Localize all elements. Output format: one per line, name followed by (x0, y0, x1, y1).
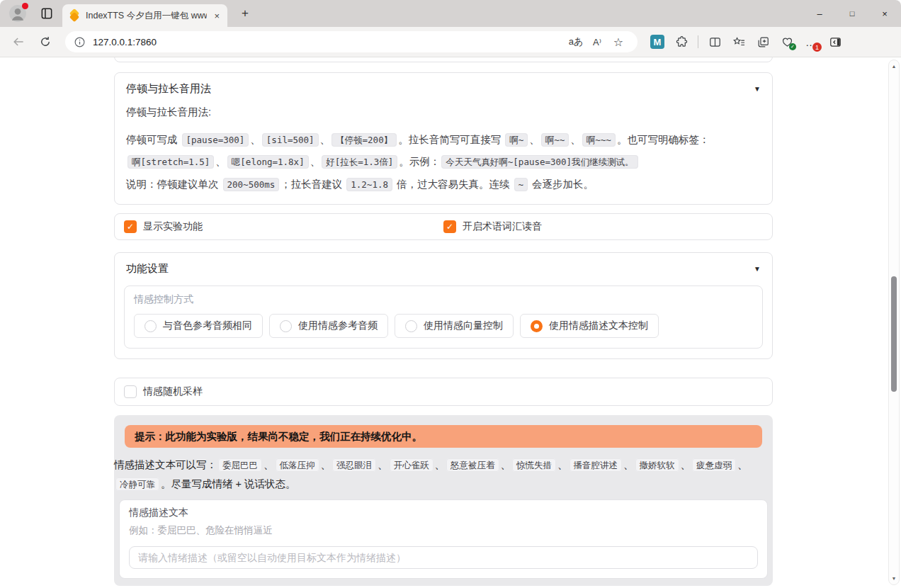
accordion-title: 功能设置 (126, 262, 169, 276)
tab-close-icon[interactable]: × (212, 11, 221, 21)
favorites-hub-icon[interactable] (729, 32, 749, 52)
extensions-puzzle-icon[interactable] (672, 32, 691, 52)
emotion-control-panel: 情感控制方式 与音色参考音频相同 使用情感参考音频 使用情感向量控制 (124, 285, 763, 349)
checkbox-unchecked-icon[interactable] (124, 385, 137, 398)
emotion-control-label: 情感控制方式 (134, 293, 753, 306)
settings-accordion: 功能设置 ▼ 情感控制方式 与音色参考音频相同 使用情感参考音频 (114, 252, 773, 359)
window-controls: – □ × (803, 0, 901, 27)
radio-icon[interactable] (280, 320, 292, 332)
toolbar-divider (698, 35, 698, 48)
term-pronunciation-checkbox[interactable]: ✓ 开启术语词汇读音 (443, 220, 763, 233)
radio-icon[interactable] (144, 320, 157, 332)
pause-usage-accordion-header[interactable]: 停顿与拉长音用法 ▼ (126, 82, 761, 96)
radio-emotion-reference-audio[interactable]: 使用情感参考音频 (269, 314, 388, 338)
back-button[interactable] (8, 32, 28, 52)
checkbox-checked-icon[interactable]: ✓ (443, 220, 456, 233)
emotion-control-radio-group: 与音色参考音频相同 使用情感参考音频 使用情感向量控制 使用情感描述文本控制 (134, 314, 753, 338)
pause-usage-accordion: 停顿与拉长音用法 ▼ 停顿与拉长音用法: 停顿可写成 [pause=300]、[… (114, 72, 773, 205)
random-sampling-row: 情感随机采样 (114, 378, 773, 406)
essentials-check-badge: ✓ (789, 43, 796, 50)
emotion-text-example: 例如：委屈巴巴、危险在悄悄逼近 (129, 524, 758, 537)
previous-panel-edge (114, 57, 773, 62)
split-screen-icon[interactable] (705, 32, 725, 52)
experimental-group: 提示：此功能为实验版，结果尚不稳定，我们正在持续优化中。 情感描述文本可以写：委… (114, 415, 773, 586)
page-scrollbar[interactable]: ▲ ▼ (888, 60, 900, 585)
emotion-text-input[interactable] (129, 546, 758, 569)
radio-label: 使用情感参考音频 (298, 320, 378, 332)
extensions-row: M (647, 32, 845, 52)
notification-badge: 1 (812, 43, 822, 52)
emotion-hint-text: 情感描述文本可以写：委屈巴巴、低落压抑、强忍眼泪、开心雀跃、怒意被压着、惊慌失措… (114, 456, 773, 494)
show-experimental-checkbox[interactable]: ✓ 显示实验功能 (124, 220, 443, 233)
scrollbar-thumb[interactable] (891, 276, 897, 392)
scroll-up-icon[interactable]: ▲ (889, 64, 899, 69)
window-close-button[interactable]: × (868, 0, 901, 27)
radio-emotion-vector[interactable]: 使用情感向量控制 (395, 314, 514, 338)
read-aloud-icon[interactable]: A⁾ (586, 32, 608, 52)
new-tab-button[interactable]: + (237, 5, 254, 22)
radio-label: 使用情感描述文本控制 (549, 320, 648, 332)
settings-accordion-header[interactable]: 功能设置 ▼ (124, 262, 763, 276)
favorite-star-icon[interactable]: ☆ (608, 32, 629, 52)
radio-label: 使用情感向量控制 (424, 320, 503, 332)
checkbox-label: 显示实验功能 (143, 220, 203, 233)
tab-favicon-icon (69, 10, 80, 21)
radio-label: 与音色参考音频相同 (163, 320, 252, 332)
feature-toggles-row: ✓ 显示实验功能 ✓ 开启术语词汇读音 (114, 213, 773, 240)
pause-usage-note: 说明：停顿建议单次 200~500ms；拉长音建议 1.2~1.8 倍，过大容易… (126, 175, 761, 194)
window-minimize-button[interactable]: – (803, 0, 836, 27)
window-maximize-button[interactable]: □ (836, 0, 868, 27)
scroll-down-icon[interactable]: ▼ (889, 576, 899, 581)
accordion-title: 停顿与拉长音用法 (126, 82, 211, 96)
collections-icon[interactable] (753, 32, 773, 52)
profile-notification-dot (22, 3, 28, 9)
checkbox-checked-icon[interactable]: ✓ (124, 220, 137, 233)
profile-avatar[interactable] (8, 4, 27, 23)
refresh-button[interactable] (35, 32, 55, 52)
url-text[interactable]: 127.0.0.1:7860 (93, 37, 565, 47)
random-sampling-checkbox[interactable]: 情感随机采样 (124, 385, 443, 398)
browser-titlebar: IndexTTS 今夕自用一键包 www.jx × + – □ × (0, 0, 901, 27)
emotion-text-panel: 情感描述文本 例如：委屈巴巴、危险在悄悄逼近 (119, 499, 768, 579)
browser-essentials-icon[interactable]: ✓ (777, 32, 797, 52)
address-bar[interactable]: 127.0.0.1:7860 aあ A⁾ ☆ (65, 31, 638, 52)
emotion-text-label: 情感描述文本 (129, 507, 758, 519)
experimental-warning-banner: 提示：此功能为实验版，结果尚不稳定，我们正在持续优化中。 (125, 425, 762, 448)
sidebar-toggle-icon[interactable] (825, 32, 845, 52)
page-content: 停顿与拉长音用法 ▼ 停顿与拉长音用法: 停顿可写成 [pause=300]、[… (0, 57, 901, 588)
pause-usage-text: 停顿可写成 [pause=300]、[sil=500]、【停顿=200】。拉长音… (126, 129, 761, 173)
browser-toolbar: 127.0.0.1:7860 aあ A⁾ ☆ M (0, 27, 901, 57)
site-info-icon[interactable] (74, 36, 86, 48)
tab-title: IndexTTS 今夕自用一键包 www.jx (86, 10, 207, 22)
checkbox-label: 开启术语词汇读音 (463, 220, 542, 233)
m-extension-icon[interactable]: M (647, 32, 667, 52)
browser-tab[interactable]: IndexTTS 今夕自用一键包 www.jx × (62, 4, 227, 27)
radio-emotion-text-description[interactable]: 使用情感描述文本控制 (520, 314, 659, 338)
radio-selected-icon[interactable] (531, 320, 543, 332)
workspaces-icon[interactable] (40, 6, 54, 21)
translate-icon[interactable]: aあ (565, 32, 586, 52)
radio-same-as-timbre[interactable]: 与音色参考音频相同 (134, 314, 263, 338)
chevron-down-icon[interactable]: ▼ (754, 265, 761, 273)
chevron-down-icon[interactable]: ▼ (754, 85, 761, 93)
checkbox-label: 情感随机采样 (143, 385, 203, 398)
settings-menu-icon[interactable]: … 1 (801, 32, 821, 52)
radio-icon[interactable] (405, 320, 417, 332)
pause-usage-intro: 停顿与拉长音用法: (126, 106, 761, 119)
